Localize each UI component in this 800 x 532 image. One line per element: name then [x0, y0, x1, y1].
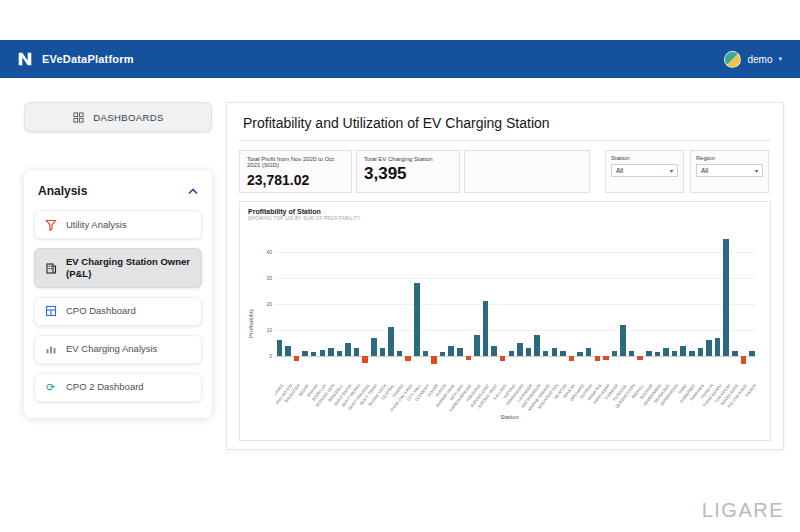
- bar-slot: [653, 226, 662, 382]
- brand[interactable]: EVeDataPlatform: [16, 50, 134, 68]
- bar-positive[interactable]: [380, 348, 386, 356]
- user-avatar: [724, 51, 741, 68]
- x-tick-label: PAYA LEBAR: [602, 382, 611, 420]
- bar-positive[interactable]: [517, 343, 523, 356]
- sidebar-item-utility-analysis[interactable]: Utility Analysis: [34, 210, 202, 239]
- bar-slot: [370, 226, 379, 382]
- station-filter-label: Station: [611, 155, 678, 161]
- bar-slot: [387, 226, 396, 382]
- bar-negative[interactable]: [569, 356, 575, 361]
- bar-positive[interactable]: [672, 351, 678, 356]
- chart-title: Profitability of Station: [248, 208, 762, 215]
- bar-positive[interactable]: [552, 348, 558, 356]
- region-filter-label: Region: [696, 155, 763, 161]
- report-title: Profitability and Utilization of EV Char…: [239, 113, 771, 141]
- bar-negative[interactable]: [595, 356, 601, 361]
- bar-negative[interactable]: [431, 356, 437, 364]
- bar-positive[interactable]: [371, 338, 377, 356]
- bar-positive[interactable]: [749, 351, 755, 356]
- sidebar-item-cpo-2-dashboard[interactable]: ⟳ CPO 2 Dashboard: [34, 373, 202, 402]
- region-select[interactable]: All ▾: [696, 164, 763, 177]
- app-header: EVeDataPlatform demo ▾: [0, 40, 800, 78]
- bar-positive[interactable]: [612, 351, 618, 356]
- bar-positive[interactable]: [337, 351, 343, 356]
- bar-slot: [507, 226, 516, 382]
- bar-slot: [533, 226, 542, 382]
- bar-positive[interactable]: [577, 352, 583, 356]
- bar-negative[interactable]: [294, 356, 300, 361]
- sidebar-item-cpo-dashboard[interactable]: CPO Dashboard: [34, 297, 202, 326]
- bar-positive[interactable]: [655, 352, 661, 356]
- bar-positive[interactable]: [328, 348, 334, 356]
- analysis-header[interactable]: Analysis: [34, 182, 202, 210]
- bar-positive[interactable]: [706, 340, 712, 356]
- bar-positive[interactable]: [586, 348, 592, 356]
- bar-positive[interactable]: [440, 352, 446, 356]
- bar-negative[interactable]: [603, 356, 609, 360]
- bar-positive[interactable]: [448, 346, 454, 356]
- bar-positive[interactable]: [509, 351, 515, 356]
- bar-positive[interactable]: [302, 351, 308, 356]
- bar-positive[interactable]: [560, 351, 566, 356]
- bar-positive[interactable]: [491, 346, 497, 356]
- bar-positive[interactable]: [483, 301, 489, 356]
- watermark: LIGARE: [702, 499, 784, 522]
- app-body: DASHBOARDS Analysis Utility Analysis: [0, 78, 800, 450]
- bar-positive[interactable]: [277, 340, 283, 356]
- y-tick-label: 0: [259, 353, 272, 359]
- bar-slot: [473, 226, 482, 382]
- bar-slot: [524, 226, 533, 382]
- bar-negative[interactable]: [405, 356, 411, 361]
- bar-positive[interactable]: [526, 348, 532, 356]
- bar-positive[interactable]: [414, 283, 420, 356]
- region-filter: Region All ▾: [690, 150, 769, 193]
- bar-positive[interactable]: [423, 351, 429, 356]
- bar-positive[interactable]: [354, 348, 360, 356]
- chart-body: Profitability 010203040 ALJUNIEDANG MO K…: [248, 226, 762, 420]
- bar-slot: [739, 226, 748, 382]
- bar-slot: [318, 226, 327, 382]
- bar-positive[interactable]: [397, 351, 403, 356]
- bar-slot: [395, 226, 404, 382]
- chart-plot: 010203040: [275, 226, 756, 382]
- bar-positive[interactable]: [543, 351, 549, 356]
- bar-positive[interactable]: [620, 325, 626, 356]
- bar-positive[interactable]: [320, 350, 326, 357]
- x-tick-label: YISHUN: [748, 382, 756, 420]
- bar-slot: [550, 226, 559, 382]
- bar-positive[interactable]: [646, 351, 652, 356]
- user-menu[interactable]: demo ▾: [724, 51, 782, 68]
- sidebar-item-ev-charging-analysis[interactable]: EV Charging Analysis: [34, 335, 202, 364]
- bar-positive[interactable]: [689, 351, 695, 356]
- bar-positive[interactable]: [629, 351, 635, 356]
- bar-positive[interactable]: [680, 346, 686, 356]
- bar-positive[interactable]: [345, 343, 351, 356]
- x-tick-label: SERANGOON: [670, 382, 679, 420]
- bar-negative[interactable]: [466, 356, 472, 360]
- chevron-down-icon: ▾: [670, 167, 673, 174]
- bar-negative[interactable]: [500, 356, 506, 361]
- bar-positive[interactable]: [715, 338, 721, 356]
- y-tick-label: 40: [259, 249, 272, 255]
- bar-positive[interactable]: [732, 351, 738, 356]
- bar-positive[interactable]: [663, 348, 669, 356]
- station-select[interactable]: All ▾: [611, 164, 678, 177]
- bar-positive[interactable]: [457, 348, 463, 356]
- bar-negative[interactable]: [637, 356, 643, 360]
- kpi-row: Total Profit from Nov 2020 to Oct 2021 (…: [239, 150, 771, 193]
- bar-positive[interactable]: [534, 335, 540, 356]
- bar-positive[interactable]: [723, 239, 729, 356]
- bar-positive[interactable]: [474, 335, 480, 356]
- bar-slot: [730, 226, 739, 382]
- sidebar-item-ev-charging-station-owner[interactable]: EV Charging Station Owner (P&L): [34, 248, 202, 288]
- dashboards-button[interactable]: DASHBOARDS: [24, 102, 212, 132]
- bar-slot: [378, 226, 387, 382]
- bar-positive[interactable]: [311, 352, 317, 356]
- bar-slot: [421, 226, 430, 382]
- bar-negative[interactable]: [741, 356, 747, 364]
- bar-negative[interactable]: [362, 356, 368, 363]
- bar-positive[interactable]: [388, 327, 394, 356]
- bar-positive[interactable]: [698, 348, 704, 356]
- bar-positive[interactable]: [285, 346, 291, 356]
- bar-slot: [679, 226, 688, 382]
